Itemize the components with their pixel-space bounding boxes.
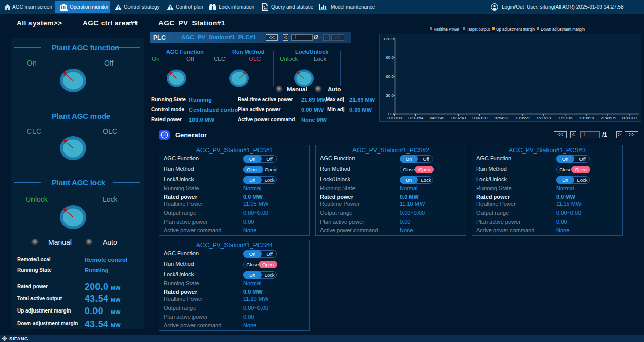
- svg-text:02:10:54: 02:10:54: [408, 116, 424, 120]
- svg-text:17:27:16: 17:27:16: [558, 116, 573, 120]
- svg-text:30.0: 30.0: [385, 93, 394, 98]
- svg-text:90.0: 90.0: [385, 55, 394, 60]
- svg-text:00:00:00: 00:00:00: [622, 116, 637, 120]
- svg-text:10:54:32: 10:54:32: [494, 116, 509, 120]
- svg-text:Target output: Target output: [467, 27, 490, 32]
- svg-text:60.0: 60.0: [385, 74, 394, 79]
- svg-text:08:43:38: 08:43:38: [472, 116, 488, 120]
- svg-text:Up adjustment margin: Up adjustment margin: [496, 27, 535, 32]
- svg-text:Down adjustment margin: Down adjustment margin: [541, 27, 585, 32]
- svg-text:Realtime Power: Realtime Power: [434, 27, 459, 32]
- svg-text:19:38:10: 19:38:10: [579, 116, 595, 120]
- svg-text:00:00:00: 00:00:00: [387, 116, 402, 120]
- svg-text:21:49:05: 21:49:05: [601, 116, 616, 120]
- svg-text:06:32:43: 06:32:43: [451, 116, 466, 120]
- svg-text:04:21:49: 04:21:49: [430, 116, 445, 120]
- svg-text:13:05:27: 13:05:27: [515, 116, 530, 120]
- svg-text:120.0: 120.0: [383, 37, 394, 41]
- svg-text:15:16:21: 15:16:21: [536, 116, 552, 120]
